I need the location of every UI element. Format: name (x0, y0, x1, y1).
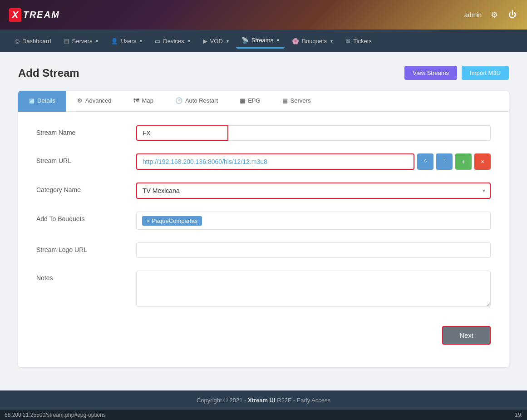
settings-icon[interactable]: ⚙ (489, 10, 500, 20)
header-username: admin (464, 11, 482, 19)
add-to-bouquets-label: Add To Bouquets (36, 212, 127, 222)
stream-logo-url-row: Stream Logo URL (36, 242, 491, 258)
status-bar-time: 19: (515, 412, 522, 418)
nav-bar: ◎ Dashboard ▤ Servers ▾ 👤 Users ▾ ▭ Devi… (0, 30, 527, 52)
stream-name-field (136, 125, 491, 141)
servers-tab-icon: ▤ (282, 97, 288, 104)
page-header-buttons: View Streams Import M3U (404, 66, 509, 80)
epg-tab-icon: ▦ (240, 97, 245, 104)
category-name-select[interactable]: TV Mexicana (136, 183, 491, 199)
form-body: Stream Name Stream URL ^ ˅ + × (18, 112, 509, 367)
sidebar-item-bouquets[interactable]: 🌸 Bouquets ▾ (286, 34, 338, 48)
notes-row: Notes (36, 271, 491, 309)
notes-textarea[interactable] (136, 271, 491, 307)
users-dropdown-icon: ▾ (140, 39, 142, 44)
tab-auto-restart-label: Auto Restart (185, 97, 218, 104)
tab-servers-label: Servers (291, 97, 311, 104)
stream-logo-url-input[interactable] (136, 242, 491, 258)
stream-name-row: Stream Name (36, 125, 491, 141)
page-header: Add Stream View Streams Import M3U (18, 66, 509, 80)
sidebar-item-vod[interactable]: ▶ VOD ▾ (197, 34, 234, 48)
sidebar-item-devices[interactable]: ▭ Devices ▾ (149, 34, 195, 48)
category-name-label: Category Name (36, 183, 127, 193)
streams-icon: 📡 (241, 37, 249, 44)
header: X TREAM admin ⚙ ⏻ (0, 0, 527, 30)
nav-label-users: Users (121, 38, 136, 44)
tickets-icon: ✉ (345, 38, 350, 44)
vod-dropdown-icon: ▾ (227, 39, 229, 44)
bouquet-tag-label: × PaqueCompartas (147, 217, 197, 224)
category-name-row: Category Name TV Mexicana ▾ (36, 183, 491, 199)
nav-label-streams: Streams (251, 37, 273, 44)
sidebar-item-servers[interactable]: ▤ Servers ▾ (59, 34, 104, 48)
users-icon: 👤 (111, 38, 118, 44)
tab-auto-restart[interactable]: 🕐 Auto Restart (164, 91, 229, 112)
notes-label: Notes (36, 271, 127, 282)
page-title: Add Stream (18, 67, 79, 79)
logo: X TREAM (9, 8, 60, 22)
nav-label-bouquets: Bouquets (302, 38, 327, 44)
servers-icon: ▤ (64, 38, 69, 44)
tab-details[interactable]: ▤ Details (18, 91, 66, 112)
tab-epg-label: EPG (248, 97, 260, 104)
add-to-bouquets-field: × PaqueCompartas (136, 212, 491, 230)
stream-url-row: Stream URL ^ ˅ + × (36, 153, 491, 170)
streams-dropdown-indicator (256, 49, 264, 52)
servers-dropdown-icon: ▾ (96, 39, 98, 44)
url-move-down-button[interactable]: ˅ (436, 153, 453, 170)
nav-label-vod: VOD (210, 38, 223, 44)
import-m3u-button[interactable]: Import M3U (462, 66, 509, 80)
url-remove-button[interactable]: × (474, 153, 491, 170)
sidebar-item-users[interactable]: 👤 Users ▾ (105, 34, 148, 48)
status-bar: 68.200.21:25500/stream.php#epg-options 1… (0, 410, 527, 420)
sidebar-item-tickets[interactable]: ✉ Tickets (340, 34, 377, 48)
advanced-tab-icon: ⚙ (77, 97, 83, 104)
tab-map-label: Map (142, 97, 153, 104)
main-card: ▤ Details ⚙ Advanced 🗺 Map 🕐 Auto Restar… (18, 91, 509, 367)
footer-text: Copyright © 2021 - (197, 397, 248, 404)
nav-streams-wrapper: 📡 Streams ▾ (236, 33, 285, 49)
logo-text: TREAM (23, 10, 60, 20)
form-footer: Next (36, 321, 491, 354)
logo-x-icon: X (9, 8, 21, 22)
map-tab-icon: 🗺 (133, 97, 139, 104)
sidebar-item-streams[interactable]: 📡 Streams ▾ (236, 33, 285, 49)
stream-url-label: Stream URL (36, 153, 127, 164)
dashboard-icon: ◎ (15, 38, 20, 44)
url-add-button[interactable]: + (455, 153, 472, 170)
nav-label-servers: Servers (72, 38, 93, 44)
view-streams-button[interactable]: View Streams (404, 66, 457, 80)
url-move-up-button[interactable]: ^ (417, 153, 433, 170)
stream-name-label: Stream Name (36, 125, 127, 136)
power-icon[interactable]: ⏻ (507, 10, 518, 20)
tab-details-label: Details (37, 97, 55, 104)
category-select-wrapper: TV Mexicana ▾ (136, 183, 491, 199)
notes-field (136, 271, 491, 309)
stream-name-input-rest[interactable] (228, 125, 491, 141)
stream-logo-url-field (136, 242, 491, 258)
stream-name-input[interactable] (136, 125, 228, 141)
next-button[interactable]: Next (442, 326, 491, 345)
stream-url-field: ^ ˅ + × (136, 153, 491, 170)
add-to-bouquets-row: Add To Bouquets × PaqueCompartas (36, 212, 491, 230)
tab-epg[interactable]: ▦ EPG (229, 91, 271, 112)
nav-label-devices: Devices (163, 38, 184, 44)
form-tabs: ▤ Details ⚙ Advanced 🗺 Map 🕐 Auto Restar… (18, 91, 509, 112)
tab-servers[interactable]: ▤ Servers (271, 91, 322, 112)
bouquets-input[interactable]: × PaqueCompartas (136, 212, 491, 230)
header-right: admin ⚙ ⏻ (464, 10, 518, 20)
nav-label-tickets: Tickets (353, 38, 372, 44)
tab-map[interactable]: 🗺 Map (123, 91, 164, 112)
details-tab-icon: ▤ (29, 97, 34, 104)
stream-name-input-pair (136, 125, 491, 141)
stream-logo-url-label: Stream Logo URL (36, 242, 127, 253)
bouquet-tag-paquecompartas[interactable]: × PaqueCompartas (142, 216, 202, 226)
stream-url-input[interactable] (136, 153, 414, 170)
footer-brand: Xtream UI (248, 397, 276, 404)
status-bar-url: 68.200.21:25500/stream.php#epg-options (5, 412, 106, 418)
tab-advanced[interactable]: ⚙ Advanced (66, 91, 123, 112)
main-content: Add Stream View Streams Import M3U ▤ Det… (0, 52, 527, 390)
tab-advanced-label: Advanced (85, 97, 112, 104)
sidebar-item-dashboard[interactable]: ◎ Dashboard (9, 34, 57, 48)
vod-icon: ▶ (203, 38, 207, 44)
